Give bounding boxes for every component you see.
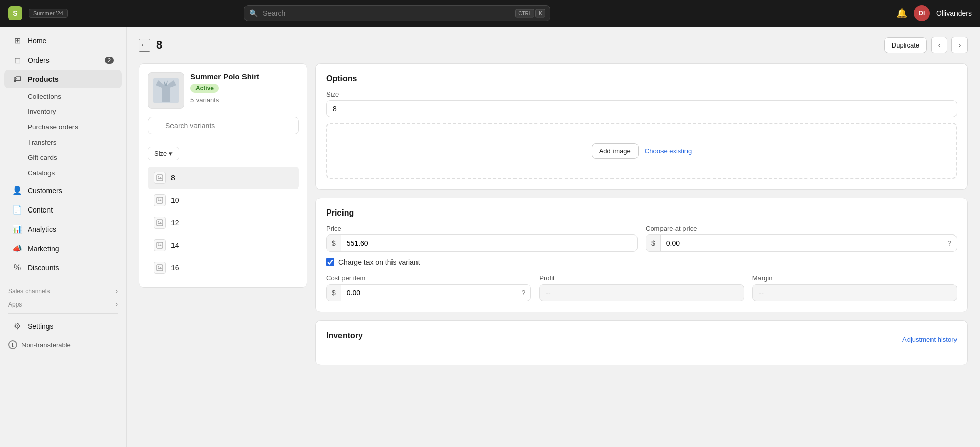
content-icon: 📄 (12, 205, 22, 215)
orders-icon: ◻ (12, 55, 22, 65)
purchase-orders-label: Purchase orders (28, 123, 78, 131)
non-transferable-icon: ℹ (8, 340, 17, 349)
page-title: 8 (156, 38, 162, 52)
analytics-icon: 📊 (12, 224, 22, 234)
content-grid: Summer Polo Shirt Active 5 variants 🔍 (139, 63, 968, 365)
search-bar: 🔍 CTRL K (244, 5, 550, 21)
top-nav: S Summer '24 🔍 CTRL K 🔔 OI Ollivanders (0, 0, 980, 27)
right-panel: Options Size Add image Choose existing P… (315, 63, 968, 365)
compare-price-label: Compare-at price (646, 225, 957, 232)
variant-item[interactable]: 16 (148, 256, 299, 279)
settings-label: Settings (28, 322, 54, 331)
avatar[interactable]: OI (914, 5, 930, 21)
sidebar-item-orders[interactable]: ◻ Orders 2 (4, 51, 122, 69)
discounts-icon: % (12, 263, 22, 272)
sidebar-item-customers[interactable]: 👤 Customers (4, 181, 122, 200)
size-field-input[interactable] (326, 100, 957, 117)
apps-chevron: › (116, 301, 118, 308)
variant-label: 8 (171, 174, 175, 182)
variant-label: 12 (171, 219, 179, 227)
apps-section[interactable]: Apps › (0, 297, 126, 310)
variant-image-icon (154, 239, 166, 251)
margin-field: Margin (752, 274, 957, 301)
duplicate-button[interactable]: Duplicate (884, 37, 927, 53)
sidebar-item-inventory[interactable]: Inventory (4, 104, 122, 119)
variant-label: 10 (171, 196, 179, 204)
search-input[interactable] (244, 5, 550, 21)
sales-channels-section[interactable]: Sales channels › (0, 284, 126, 297)
sidebar-item-home[interactable]: ⊞ Home (4, 31, 122, 50)
variant-image-icon (154, 172, 166, 184)
sidebar-item-analytics[interactable]: 📊 Analytics (4, 220, 122, 239)
status-badge: Active (190, 84, 219, 93)
variant-image-icon (154, 194, 166, 206)
add-image-button[interactable]: Add image (592, 143, 639, 159)
options-title: Options (326, 74, 957, 83)
inventory-title: Inventory (326, 331, 363, 340)
compare-currency: $ (646, 235, 661, 251)
orders-badge: 2 (105, 57, 114, 64)
svg-point-10 (158, 244, 159, 245)
notifications-icon[interactable]: 🔔 (896, 8, 908, 19)
product-card: Summer Polo Shirt Active 5 variants 🔍 (139, 63, 307, 288)
image-upload-area: Add image Choose existing (326, 123, 957, 179)
svg-point-12 (158, 266, 159, 267)
customers-icon: 👤 (12, 185, 22, 195)
price-input[interactable] (341, 235, 637, 251)
sidebar-label-products: Products (28, 75, 59, 83)
sidebar-item-collections[interactable]: Collections (4, 89, 122, 104)
charge-tax-row: Charge tax on this variant (326, 258, 957, 266)
sidebar-item-products[interactable]: 🏷 Products (4, 70, 122, 88)
sidebar-item-marketing[interactable]: 📣 Marketing (4, 239, 122, 258)
size-filter-chevron: ▾ (169, 150, 173, 157)
user-name: Ollivanders (936, 9, 972, 17)
inventory-card: Inventory Adjustment history (315, 320, 968, 365)
cost-currency: $ (327, 285, 341, 301)
inventory-label: Inventory (28, 108, 56, 115)
variant-item[interactable]: 10 (148, 189, 299, 211)
choose-existing-button[interactable]: Choose existing (645, 147, 692, 155)
shopify-logo[interactable]: S (8, 6, 22, 20)
non-transferable-label: Non-transferable (21, 341, 71, 349)
search-variants-input[interactable] (148, 117, 299, 134)
sidebar: ⊞ Home ◻ Orders 2 🏷 Products Collections… (0, 27, 127, 447)
size-filter-button[interactable]: Size ▾ (148, 147, 179, 160)
variant-item[interactable]: 12 (148, 211, 299, 234)
next-button[interactable]: › (951, 37, 968, 53)
cost-input-wrapper: $ ? (326, 284, 531, 301)
non-transferable-item[interactable]: ℹ Non-transferable (0, 336, 126, 354)
variant-item[interactable]: 8 (148, 167, 299, 189)
settings-icon: ⚙ (12, 321, 22, 331)
svg-rect-9 (157, 242, 163, 248)
product-thumbnail (148, 72, 184, 109)
variant-item[interactable]: 14 (148, 234, 299, 256)
sidebar-item-purchase-orders[interactable]: Purchase orders (4, 120, 122, 134)
price-input-wrapper: $ (326, 234, 638, 252)
sidebar-item-discounts[interactable]: % Discounts (4, 258, 122, 277)
compare-price-field: Compare-at price $ ? (646, 225, 957, 252)
cost-field: Cost per item $ ? (326, 274, 531, 301)
cost-input[interactable] (341, 285, 517, 301)
variant-image-icon (154, 262, 166, 274)
sales-channels-chevron: › (116, 288, 118, 295)
sidebar-item-content[interactable]: 📄 Content (4, 200, 122, 219)
size-filter-label: Size (154, 150, 167, 157)
transfers-label: Transfers (28, 138, 57, 146)
sidebar-divider-2 (8, 313, 118, 314)
sidebar-item-settings[interactable]: ⚙ Settings (4, 317, 122, 336)
svg-rect-3 (157, 175, 163, 181)
profit-input (539, 284, 744, 301)
header-actions: Duplicate ‹ › (884, 37, 968, 53)
sidebar-item-transfers[interactable]: Transfers (4, 135, 122, 150)
charge-tax-checkbox[interactable] (326, 258, 334, 266)
compare-price-input[interactable] (661, 235, 942, 251)
margin-input (752, 284, 957, 301)
adjustment-history-button[interactable]: Adjustment history (902, 336, 957, 343)
back-button[interactable]: ← (139, 39, 150, 52)
sidebar-item-gift-cards[interactable]: Gift cards (4, 150, 122, 165)
charge-tax-label: Charge tax on this variant (338, 258, 420, 266)
sidebar-item-catalogs[interactable]: Catalogs (4, 166, 122, 180)
prev-button[interactable]: ‹ (931, 37, 947, 53)
filter-bar: Size ▾ (148, 147, 299, 160)
variant-label: 14 (171, 241, 179, 249)
